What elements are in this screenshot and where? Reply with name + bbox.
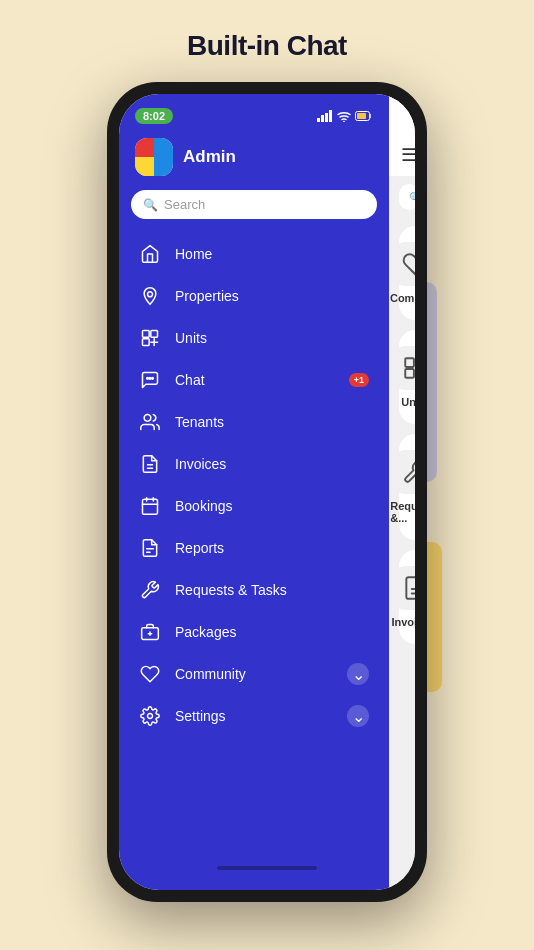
wifi-icon	[337, 110, 351, 122]
home-indicator	[217, 866, 317, 870]
chat-badge: +1	[349, 373, 369, 387]
community-icon	[139, 663, 161, 685]
tools-icon	[139, 579, 161, 601]
packages-icon	[139, 621, 161, 643]
svg-point-4	[343, 121, 345, 122]
sidebar-item-tenants[interactable]: Tenants	[119, 401, 389, 443]
calendar-icon	[139, 495, 161, 517]
svg-rect-8	[143, 331, 150, 338]
svg-rect-0	[317, 118, 320, 122]
nav-items: Home Properties Units	[119, 229, 389, 741]
sidebar-item-label-tenants: Tenants	[175, 414, 369, 430]
search-placeholder: Search	[164, 197, 205, 212]
svg-point-12	[149, 378, 151, 380]
sidebar-item-settings[interactable]: Settings ⌄	[119, 695, 389, 737]
content-card-community[interactable]: Commu...	[399, 226, 415, 320]
units-card-label: Units	[401, 396, 415, 408]
content-card-requests[interactable]: Requests &...	[399, 434, 415, 540]
community-chevron: ⌄	[347, 663, 369, 685]
content-search-icon: 🔍	[409, 192, 415, 203]
sidebar-item-reports[interactable]: Reports	[119, 527, 389, 569]
invoice-icon	[139, 453, 161, 475]
phone-shell: 8:02	[107, 82, 427, 902]
search-box[interactable]: 🔍 Search	[131, 190, 377, 219]
search-icon: 🔍	[143, 198, 158, 212]
sidebar-item-bookings[interactable]: Bookings	[119, 485, 389, 527]
community-card-icon	[393, 242, 415, 286]
page-title: Built-in Chat	[187, 30, 347, 62]
svg-rect-1	[321, 115, 324, 122]
svg-point-14	[144, 415, 151, 422]
content-search[interactable]: 🔍 Searc	[399, 184, 415, 210]
avatar	[135, 138, 173, 176]
requests-card-icon	[393, 450, 415, 494]
invoices-card-label: Invoice...	[391, 616, 415, 628]
sidebar-item-label-packages: Packages	[175, 624, 369, 640]
svg-rect-6	[357, 113, 366, 119]
sidebar-item-invoices[interactable]: Invoices	[119, 443, 389, 485]
units-card-icon	[393, 346, 415, 390]
svg-point-13	[152, 378, 154, 380]
svg-rect-17	[143, 499, 158, 514]
svg-rect-10	[143, 339, 150, 346]
sidebar-item-label-properties: Properties	[175, 288, 369, 304]
status-bar: 8:02	[119, 94, 389, 132]
chat-icon	[139, 369, 161, 391]
svg-rect-9	[151, 331, 158, 338]
location-icon	[139, 285, 161, 307]
svg-rect-2	[325, 113, 328, 122]
content-header: ☰	[389, 94, 415, 176]
svg-point-7	[148, 292, 153, 297]
requests-card-label: Requests &...	[390, 500, 415, 524]
content-area: ☰ 🔍 Searc Commu	[389, 94, 415, 890]
status-icons	[317, 110, 373, 122]
sidebar-item-label-chat: Chat	[175, 372, 335, 388]
sidebar-item-label-bookings: Bookings	[175, 498, 369, 514]
community-card-label: Commu...	[390, 292, 415, 304]
settings-chevron: ⌄	[347, 705, 369, 727]
sidebar-item-chat[interactable]: Chat +1	[119, 359, 389, 401]
sidebar-item-label-home: Home	[175, 246, 369, 262]
sidebar-item-community[interactable]: Community ⌄	[119, 653, 389, 695]
user-header: Admin	[119, 132, 389, 190]
svg-point-26	[148, 714, 153, 719]
sidebar-item-properties[interactable]: Properties	[119, 275, 389, 317]
reports-icon	[139, 537, 161, 559]
sidebar-item-requests[interactable]: Requests & Tasks	[119, 569, 389, 611]
sidebar-item-packages[interactable]: Packages	[119, 611, 389, 653]
hamburger-icon[interactable]: ☰	[401, 144, 415, 166]
signal-icon	[317, 110, 333, 122]
svg-point-11	[147, 378, 149, 380]
svg-rect-29	[405, 369, 414, 378]
invoices-card-icon	[393, 566, 415, 610]
sidebar-item-home[interactable]: Home	[119, 233, 389, 275]
sidebar-item-label-invoices: Invoices	[175, 456, 369, 472]
settings-icon	[139, 705, 161, 727]
svg-rect-27	[405, 358, 414, 367]
units-icon	[139, 327, 161, 349]
person-icon	[139, 411, 161, 433]
sidebar-item-label-settings: Settings	[175, 708, 333, 724]
phone-screen: 8:02	[119, 94, 415, 890]
sidebar-item-label-reports: Reports	[175, 540, 369, 556]
sidebar-item-units[interactable]: Units	[119, 317, 389, 359]
battery-icon	[355, 111, 373, 121]
sidebar: 8:02	[119, 94, 389, 890]
user-name: Admin	[183, 147, 236, 167]
sidebar-item-label-requests: Requests & Tasks	[175, 582, 369, 598]
svg-rect-3	[329, 110, 332, 122]
sidebar-item-label-community: Community	[175, 666, 333, 682]
content-card-invoices[interactable]: Invoice...	[399, 550, 415, 644]
content-card-units[interactable]: Units	[399, 330, 415, 424]
home-icon	[139, 243, 161, 265]
status-time: 8:02	[135, 108, 173, 124]
sidebar-item-label-units: Units	[175, 330, 369, 346]
content-cards: Commu... Units	[389, 218, 415, 652]
